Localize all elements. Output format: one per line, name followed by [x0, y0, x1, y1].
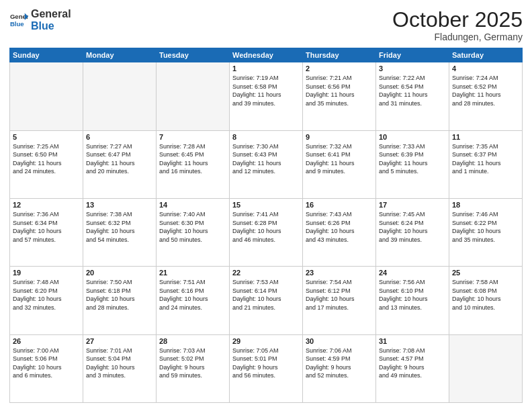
calendar-week-row: 5Sunrise: 7:25 AM Sunset: 6:50 PM Daylig…	[10, 130, 523, 198]
table-row: 25Sunrise: 7:58 AM Sunset: 6:08 PM Dayli…	[449, 267, 523, 334]
logo-icon: General Blue	[9, 11, 28, 30]
day-number: 1	[232, 64, 300, 73]
table-row	[10, 62, 83, 130]
day-info: Sunrise: 7:24 AM Sunset: 6:52 PM Dayligh…	[452, 74, 519, 107]
table-row: 27Sunrise: 7:01 AM Sunset: 5:04 PM Dayli…	[83, 334, 157, 402]
table-row: 11Sunrise: 7:35 AM Sunset: 6:37 PM Dayli…	[449, 130, 523, 198]
day-info: Sunrise: 7:45 AM Sunset: 6:24 PM Dayligh…	[379, 210, 446, 244]
svg-text:Blue: Blue	[10, 19, 24, 27]
table-row: 18Sunrise: 7:46 AM Sunset: 6:22 PM Dayli…	[449, 198, 523, 266]
day-number: 26	[13, 337, 80, 345]
table-row: 29Sunrise: 7:05 AM Sunset: 5:01 PM Dayli…	[230, 334, 303, 402]
header: General Blue General Blue October 2025 F…	[9, 8, 523, 42]
day-info: Sunrise: 7:06 AM Sunset: 4:59 PM Dayligh…	[306, 347, 373, 380]
day-number: 24	[379, 269, 446, 277]
day-number: 13	[86, 201, 153, 209]
day-info: Sunrise: 7:50 AM Sunset: 6:18 PM Dayligh…	[86, 278, 153, 312]
day-info: Sunrise: 7:54 AM Sunset: 6:12 PM Dayligh…	[306, 278, 373, 312]
day-number: 11	[452, 133, 519, 141]
day-info: Sunrise: 7:53 AM Sunset: 6:14 PM Dayligh…	[232, 278, 300, 312]
day-number: 2	[306, 64, 373, 73]
table-row	[449, 334, 523, 402]
day-number: 3	[379, 64, 446, 73]
logo: General Blue General Blue	[9, 8, 71, 32]
table-row: 5Sunrise: 7:25 AM Sunset: 6:50 PM Daylig…	[10, 130, 83, 198]
day-number: 16	[306, 201, 373, 209]
table-row: 12Sunrise: 7:36 AM Sunset: 6:34 PM Dayli…	[10, 198, 83, 266]
col-thursday: Thursday	[303, 48, 376, 62]
table-row: 24Sunrise: 7:56 AM Sunset: 6:10 PM Dayli…	[376, 267, 449, 334]
day-info: Sunrise: 7:36 AM Sunset: 6:34 PM Dayligh…	[13, 210, 80, 244]
day-info: Sunrise: 7:43 AM Sunset: 6:26 PM Dayligh…	[306, 210, 373, 244]
day-info: Sunrise: 7:41 AM Sunset: 6:28 PM Dayligh…	[232, 210, 300, 244]
day-info: Sunrise: 7:28 AM Sunset: 6:45 PM Dayligh…	[159, 142, 226, 176]
day-number: 10	[379, 133, 446, 141]
day-info: Sunrise: 7:56 AM Sunset: 6:10 PM Dayligh…	[379, 278, 446, 312]
day-number: 28	[159, 337, 226, 345]
day-info: Sunrise: 7:01 AM Sunset: 5:04 PM Dayligh…	[86, 347, 153, 380]
table-row: 8Sunrise: 7:30 AM Sunset: 6:43 PM Daylig…	[230, 130, 303, 198]
table-row: 19Sunrise: 7:48 AM Sunset: 6:20 PM Dayli…	[10, 267, 83, 334]
logo-line1: General	[31, 8, 71, 20]
day-info: Sunrise: 7:25 AM Sunset: 6:50 PM Dayligh…	[13, 142, 80, 176]
day-info: Sunrise: 7:03 AM Sunset: 5:02 PM Dayligh…	[159, 347, 226, 380]
day-info: Sunrise: 7:46 AM Sunset: 6:22 PM Dayligh…	[452, 210, 519, 244]
col-monday: Monday	[83, 48, 157, 62]
table-row	[83, 62, 157, 130]
day-number: 25	[452, 269, 519, 277]
table-row: 7Sunrise: 7:28 AM Sunset: 6:45 PM Daylig…	[157, 130, 230, 198]
day-number: 12	[13, 201, 80, 209]
table-row: 6Sunrise: 7:27 AM Sunset: 6:47 PM Daylig…	[83, 130, 157, 198]
calendar-table: Sunday Monday Tuesday Wednesday Thursday…	[9, 48, 523, 403]
day-info: Sunrise: 7:48 AM Sunset: 6:20 PM Dayligh…	[13, 278, 80, 312]
calendar-week-row: 1Sunrise: 7:19 AM Sunset: 6:58 PM Daylig…	[10, 62, 523, 130]
day-number: 27	[86, 337, 153, 345]
day-number: 29	[232, 337, 300, 345]
day-number: 8	[232, 133, 300, 141]
table-row: 4Sunrise: 7:24 AM Sunset: 6:52 PM Daylig…	[449, 62, 523, 130]
day-number: 5	[13, 133, 80, 141]
logo-line2: Blue	[31, 20, 71, 32]
table-row: 16Sunrise: 7:43 AM Sunset: 6:26 PM Dayli…	[303, 198, 376, 266]
day-info: Sunrise: 7:00 AM Sunset: 5:06 PM Dayligh…	[13, 347, 80, 380]
day-info: Sunrise: 7:27 AM Sunset: 6:47 PM Dayligh…	[86, 142, 153, 176]
day-info: Sunrise: 7:22 AM Sunset: 6:54 PM Dayligh…	[379, 74, 446, 107]
table-row: 26Sunrise: 7:00 AM Sunset: 5:06 PM Dayli…	[10, 334, 83, 402]
calendar-week-row: 12Sunrise: 7:36 AM Sunset: 6:34 PM Dayli…	[10, 198, 523, 266]
day-number: 31	[379, 337, 446, 345]
day-info: Sunrise: 7:05 AM Sunset: 5:01 PM Dayligh…	[232, 347, 300, 380]
day-number: 30	[306, 337, 373, 345]
day-info: Sunrise: 7:51 AM Sunset: 6:16 PM Dayligh…	[159, 278, 226, 312]
day-number: 21	[159, 269, 226, 277]
subtitle: Fladungen, Germany	[392, 32, 523, 42]
col-saturday: Saturday	[449, 48, 523, 62]
day-number: 7	[159, 133, 226, 141]
day-info: Sunrise: 7:30 AM Sunset: 6:43 PM Dayligh…	[232, 142, 300, 176]
month-title: October 2025	[392, 8, 523, 32]
day-info: Sunrise: 7:58 AM Sunset: 6:08 PM Dayligh…	[452, 278, 519, 312]
day-number: 23	[306, 269, 373, 277]
day-number: 22	[232, 269, 300, 277]
table-row: 21Sunrise: 7:51 AM Sunset: 6:16 PM Dayli…	[157, 267, 230, 334]
table-row: 23Sunrise: 7:54 AM Sunset: 6:12 PM Dayli…	[303, 267, 376, 334]
day-number: 4	[452, 64, 519, 73]
col-sunday: Sunday	[10, 48, 83, 62]
day-number: 6	[86, 133, 153, 141]
day-number: 19	[13, 269, 80, 277]
table-row: 22Sunrise: 7:53 AM Sunset: 6:14 PM Dayli…	[230, 267, 303, 334]
table-row: 20Sunrise: 7:50 AM Sunset: 6:18 PM Dayli…	[83, 267, 157, 334]
day-number: 18	[452, 201, 519, 209]
day-number: 17	[379, 201, 446, 209]
day-number: 15	[232, 201, 300, 209]
day-info: Sunrise: 7:21 AM Sunset: 6:56 PM Dayligh…	[306, 74, 373, 107]
table-row: 10Sunrise: 7:33 AM Sunset: 6:39 PM Dayli…	[376, 130, 449, 198]
table-row: 15Sunrise: 7:41 AM Sunset: 6:28 PM Dayli…	[230, 198, 303, 266]
day-info: Sunrise: 7:32 AM Sunset: 6:41 PM Dayligh…	[306, 142, 373, 176]
col-wednesday: Wednesday	[230, 48, 303, 62]
table-row: 1Sunrise: 7:19 AM Sunset: 6:58 PM Daylig…	[230, 62, 303, 130]
page: General Blue General Blue October 2025 F…	[0, 0, 532, 411]
table-row: 9Sunrise: 7:32 AM Sunset: 6:41 PM Daylig…	[303, 130, 376, 198]
day-info: Sunrise: 7:33 AM Sunset: 6:39 PM Dayligh…	[379, 142, 446, 176]
title-block: October 2025 Fladungen, Germany	[392, 8, 523, 42]
calendar-header-row: Sunday Monday Tuesday Wednesday Thursday…	[10, 48, 523, 62]
